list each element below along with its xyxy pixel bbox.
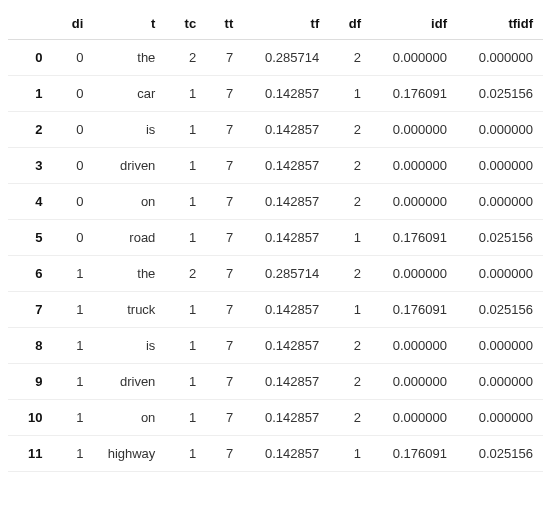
cell-tfidf: 0.025156	[457, 220, 543, 256]
header-df: df	[329, 8, 371, 40]
cell-di: 1	[53, 328, 94, 364]
cell-tf: 0.142857	[243, 220, 329, 256]
cell-tf: 0.142857	[243, 436, 329, 472]
cell-tc: 1	[165, 292, 206, 328]
cell-tt: 7	[206, 184, 243, 220]
cell-tt: 7	[206, 328, 243, 364]
cell-tfidf: 0.000000	[457, 256, 543, 292]
cell-idf: 0.000000	[371, 328, 457, 364]
table-header: di t tc tt tf df idf tfidf	[8, 8, 543, 40]
cell-tt: 7	[206, 292, 243, 328]
cell-t: truck	[93, 292, 165, 328]
cell-tt: 7	[206, 400, 243, 436]
cell-tf: 0.285714	[243, 40, 329, 76]
cell-tc: 1	[165, 184, 206, 220]
header-tt: tt	[206, 8, 243, 40]
cell-idf: 0.176091	[371, 76, 457, 112]
cell-tc: 1	[165, 364, 206, 400]
cell-tc: 1	[165, 328, 206, 364]
cell-tc: 2	[165, 40, 206, 76]
cell-t: highway	[93, 436, 165, 472]
cell-tc: 1	[165, 112, 206, 148]
cell-tc: 1	[165, 76, 206, 112]
row-index: 0	[8, 40, 53, 76]
cell-idf: 0.176091	[371, 436, 457, 472]
table-row: 30driven170.14285720.0000000.000000	[8, 148, 543, 184]
cell-tc: 1	[165, 400, 206, 436]
header-tfidf: tfidf	[457, 8, 543, 40]
cell-df: 1	[329, 436, 371, 472]
cell-di: 0	[53, 184, 94, 220]
row-index: 10	[8, 400, 53, 436]
header-di: di	[53, 8, 94, 40]
table-row: 71truck170.14285710.1760910.025156	[8, 292, 543, 328]
cell-tf: 0.142857	[243, 148, 329, 184]
cell-idf: 0.000000	[371, 40, 457, 76]
cell-t: the	[93, 40, 165, 76]
cell-t: driven	[93, 148, 165, 184]
cell-tc: 2	[165, 256, 206, 292]
cell-tfidf: 0.025156	[457, 292, 543, 328]
cell-di: 1	[53, 364, 94, 400]
cell-tfidf: 0.025156	[457, 76, 543, 112]
cell-t: car	[93, 76, 165, 112]
cell-tf: 0.142857	[243, 76, 329, 112]
cell-t: is	[93, 112, 165, 148]
cell-tt: 7	[206, 436, 243, 472]
cell-tf: 0.142857	[243, 292, 329, 328]
cell-tt: 7	[206, 220, 243, 256]
table-row: 101on170.14285720.0000000.000000	[8, 400, 543, 436]
cell-tf: 0.142857	[243, 364, 329, 400]
cell-tt: 7	[206, 76, 243, 112]
header-index	[8, 8, 53, 40]
cell-tfidf: 0.000000	[457, 184, 543, 220]
cell-tt: 7	[206, 256, 243, 292]
row-index: 6	[8, 256, 53, 292]
row-index: 7	[8, 292, 53, 328]
cell-tt: 7	[206, 112, 243, 148]
cell-df: 1	[329, 220, 371, 256]
cell-di: 0	[53, 112, 94, 148]
cell-di: 1	[53, 256, 94, 292]
cell-tt: 7	[206, 40, 243, 76]
cell-tfidf: 0.000000	[457, 112, 543, 148]
table-row: 40on170.14285720.0000000.000000	[8, 184, 543, 220]
cell-tt: 7	[206, 148, 243, 184]
cell-df: 2	[329, 400, 371, 436]
header-t: t	[93, 8, 165, 40]
cell-tf: 0.142857	[243, 328, 329, 364]
cell-idf: 0.000000	[371, 256, 457, 292]
row-index: 5	[8, 220, 53, 256]
cell-idf: 0.000000	[371, 400, 457, 436]
header-idf: idf	[371, 8, 457, 40]
cell-tfidf: 0.000000	[457, 328, 543, 364]
cell-di: 1	[53, 436, 94, 472]
cell-tc: 1	[165, 220, 206, 256]
cell-di: 0	[53, 76, 94, 112]
cell-df: 2	[329, 40, 371, 76]
cell-idf: 0.000000	[371, 364, 457, 400]
cell-t: on	[93, 184, 165, 220]
table-row: 111highway170.14285710.1760910.025156	[8, 436, 543, 472]
cell-idf: 0.176091	[371, 292, 457, 328]
cell-tfidf: 0.000000	[457, 148, 543, 184]
cell-di: 0	[53, 148, 94, 184]
table-row: 10car170.14285710.1760910.025156	[8, 76, 543, 112]
cell-idf: 0.000000	[371, 184, 457, 220]
table-row: 20is170.14285720.0000000.000000	[8, 112, 543, 148]
cell-t: road	[93, 220, 165, 256]
cell-di: 0	[53, 220, 94, 256]
table-row: 00the270.28571420.0000000.000000	[8, 40, 543, 76]
cell-t: is	[93, 328, 165, 364]
table-row: 61the270.28571420.0000000.000000	[8, 256, 543, 292]
cell-tt: 7	[206, 364, 243, 400]
cell-tfidf: 0.000000	[457, 40, 543, 76]
cell-t: the	[93, 256, 165, 292]
row-index: 2	[8, 112, 53, 148]
row-index: 4	[8, 184, 53, 220]
cell-tc: 1	[165, 436, 206, 472]
cell-tf: 0.142857	[243, 112, 329, 148]
cell-tf: 0.142857	[243, 184, 329, 220]
cell-df: 2	[329, 184, 371, 220]
cell-tfidf: 0.000000	[457, 400, 543, 436]
